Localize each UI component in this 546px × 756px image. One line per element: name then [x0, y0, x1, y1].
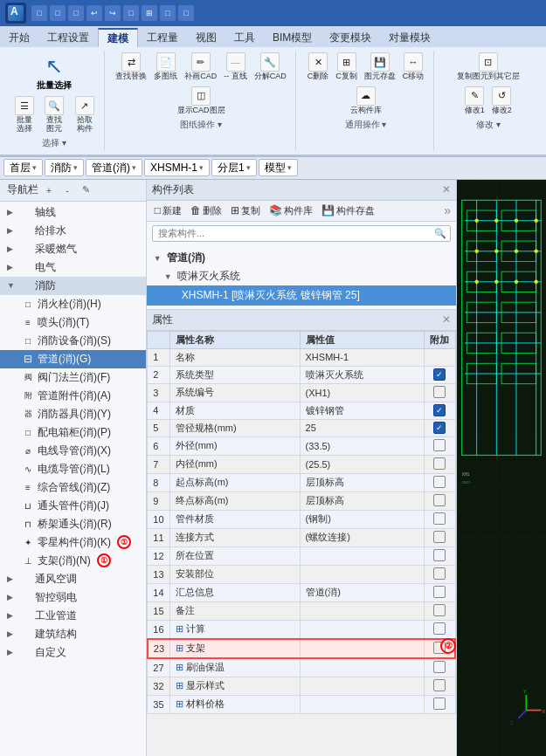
cad-view[interactable]: XH1 DN25 X Y Z	[457, 180, 546, 756]
save-component-btn[interactable]: 💾 构件存盘	[319, 203, 377, 218]
check-16[interactable]	[433, 622, 446, 635]
tree-child-sprinkler[interactable]: ▼ 喷淋灭火系统	[147, 267, 456, 285]
row-11-check[interactable]	[424, 528, 455, 546]
nav-item-tray-connector[interactable]: ⊓ 桥架通头(消)(R)	[0, 515, 146, 533]
qa-icon-redo[interactable]: ↪	[105, 5, 121, 21]
check-7[interactable]	[433, 457, 446, 470]
nav-item-hvac[interactable]: ▶ 通风空调	[0, 570, 146, 588]
cloud-lib-btn[interactable]: ☁ 云构件库	[348, 85, 384, 117]
row-16-check[interactable]	[424, 620, 455, 639]
nav-item-panel[interactable]: □ 配电箱柜(消)(P)	[0, 423, 146, 442]
nav-item-misc[interactable]: ✦ 零星构件(消)(K) ①	[0, 533, 146, 552]
check-2[interactable]: ✓	[433, 368, 446, 381]
nav-item-support[interactable]: ⊥ 支架(消)(N) ①	[0, 552, 146, 570]
row-23-value[interactable]	[300, 639, 424, 658]
c-delete-btn[interactable]: ✕ C删除	[305, 51, 332, 83]
tab-tools[interactable]: 工具	[225, 28, 264, 47]
nav-item-pipe-fitting[interactable]: 附 管道附件(消)(A)	[0, 387, 146, 405]
split-cad-btn[interactable]: 🔧 分解CAD	[252, 51, 289, 83]
row-9-value[interactable]: 层顶标高	[300, 491, 424, 510]
row-35-value[interactable]	[300, 695, 424, 713]
nav-remove-btn[interactable]: -	[59, 182, 75, 198]
check-5[interactable]: ✓	[433, 422, 446, 434]
delete-component-btn[interactable]: 🗑 删除	[188, 203, 225, 218]
row-7-check[interactable]	[424, 455, 455, 473]
row-5-value[interactable]: 25	[300, 419, 424, 436]
row-27-value[interactable]	[300, 658, 424, 677]
nav-item-pipe[interactable]: ⊟ 管道(消)(G)	[0, 350, 146, 368]
row-3-value[interactable]: (XH1)	[300, 383, 424, 402]
check-9[interactable]	[433, 494, 446, 506]
expand-comp-btn[interactable]: »	[444, 203, 451, 217]
check-27[interactable]	[433, 661, 446, 673]
check-12[interactable]	[433, 549, 446, 561]
qa-icon-6[interactable]: □	[160, 5, 176, 21]
tab-engineering-settings[interactable]: 工程设置	[38, 28, 98, 47]
nav-add-btn[interactable]: +	[41, 182, 57, 198]
check-15[interactable]	[433, 604, 446, 616]
row-10-check[interactable]	[424, 510, 455, 528]
nav-item-cable-conduit[interactable]: ∿ 电缆导管(消)(L)	[0, 460, 146, 478]
row-10-value[interactable]: (钢制)	[300, 510, 424, 528]
row-8-check[interactable]	[424, 473, 455, 491]
row-12-value[interactable]	[300, 546, 424, 565]
multi-drawing-btn[interactable]: 📄 多图纸	[151, 51, 180, 83]
bc-model[interactable]: 模型 ▾	[259, 159, 298, 176]
check-6[interactable]	[433, 439, 446, 451]
copy-component-btn[interactable]: ⊞ 复制	[228, 203, 263, 218]
component-list-close[interactable]: ✕	[442, 183, 451, 196]
line-btn[interactable]: — -- 直线	[221, 51, 250, 83]
nav-item-control[interactable]: ▶ 智控弱电	[0, 588, 146, 607]
new-component-btn[interactable]: □ 新建	[152, 203, 184, 218]
nav-item-industrial[interactable]: ▶ 工业管道	[0, 607, 146, 625]
row-9-check[interactable]	[424, 491, 455, 510]
check-8[interactable]	[433, 476, 446, 488]
qa-icon-4[interactable]: □	[123, 5, 139, 21]
bc-xhsmh[interactable]: XHSMH-1 ▾	[144, 159, 210, 176]
nav-item-heating[interactable]: ▶ 采暖燃气	[0, 240, 146, 258]
row-32-check[interactable]	[424, 677, 455, 695]
batch-select-btn[interactable]: ☰ 批量选择	[10, 94, 38, 135]
check-3[interactable]	[433, 386, 446, 398]
row-15-value[interactable]	[300, 601, 424, 620]
nav-item-connector[interactable]: ⊔ 通头管件(消)(J)	[0, 497, 146, 515]
row-27-check[interactable]	[424, 658, 455, 677]
row-14-value[interactable]: 管道(消)	[300, 583, 424, 601]
qa-icon-1[interactable]: □	[31, 5, 47, 21]
c-move-btn[interactable]: ↔ C移动	[400, 51, 427, 83]
row-4-value[interactable]: 镀锌钢管	[300, 402, 424, 419]
row-32-expand[interactable]: ⊞	[176, 680, 186, 691]
nav-item-combined[interactable]: ≡ 综合管线(消)(Z)	[0, 478, 146, 497]
copy-to-layer-btn[interactable]: ⊡ 复制图元到其它层	[454, 51, 522, 83]
nav-item-drainage[interactable]: ▶ 给排水	[0, 222, 146, 240]
nav-item-electrical[interactable]: ▶ 电气	[0, 258, 146, 277]
row-2-check[interactable]: ✓	[424, 366, 455, 383]
find-replace-btn[interactable]: ⇄ 查找替换	[113, 51, 149, 83]
copy-element-btn[interactable]: ⊞ C复制	[333, 51, 360, 83]
row-13-check[interactable]	[424, 565, 455, 583]
nav-item-custom[interactable]: ▶ 自定义	[0, 643, 146, 662]
tab-start[interactable]: 开始	[0, 28, 38, 47]
props-close[interactable]: ✕	[442, 313, 451, 326]
check-14[interactable]	[433, 586, 446, 598]
row-4-check[interactable]: ✓	[424, 402, 455, 419]
check-13[interactable]	[433, 567, 446, 580]
qa-icon-3[interactable]: □	[68, 5, 84, 21]
nav-item-hydrant[interactable]: □ 消火栓(消)(H)	[0, 295, 146, 313]
tab-quantity2[interactable]: 对量模块	[380, 28, 439, 47]
save-element-btn[interactable]: 💾 图元存盘	[362, 51, 398, 83]
nav-item-valve[interactable]: 阀 阀门法兰(消)(F)	[0, 368, 146, 387]
row-6-value[interactable]: (33.5)	[300, 436, 424, 455]
row-32-value[interactable]	[300, 677, 424, 695]
qa-icon-7[interactable]: □	[178, 5, 194, 21]
row-13-value[interactable]	[300, 565, 424, 583]
nav-edit-btn[interactable]: ✎	[78, 182, 93, 198]
bc-system[interactable]: 消防 ▾	[45, 159, 84, 176]
row-7-value[interactable]: (25.5)	[300, 455, 424, 473]
qa-icon-5[interactable]: ⊞	[142, 5, 157, 21]
row-27-expand[interactable]: ⊞	[176, 662, 186, 672]
row-1-value[interactable]: XHSMH-1	[300, 348, 424, 366]
row-16-value[interactable]	[300, 620, 424, 639]
bc-pipe[interactable]: 管道(消) ▾	[86, 159, 142, 176]
add-cad-btn[interactable]: ✏ 补画CAD	[182, 51, 219, 83]
